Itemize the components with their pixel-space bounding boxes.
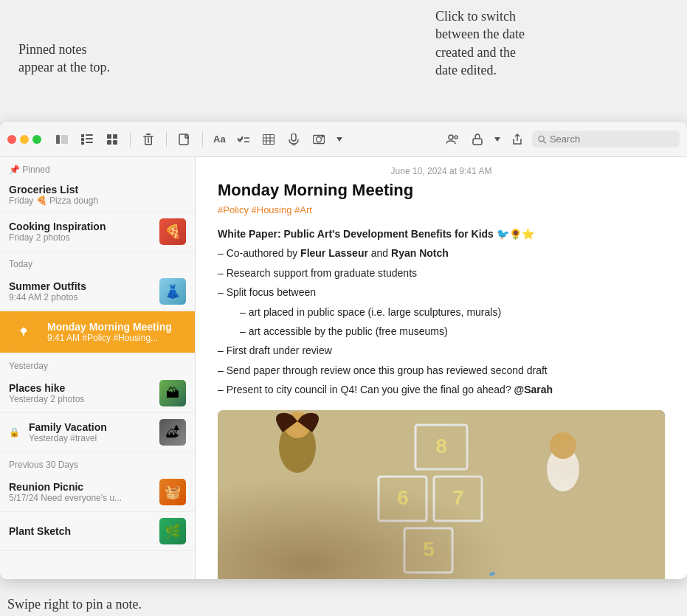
list-item[interactable]: Reunion Picnic 5/17/24 Need everyone's u… [0,473,195,512]
share-button[interactable] [507,129,528,150]
svg-rect-7 [86,142,93,143]
svg-rect-6 [81,142,84,145]
note-meta: 9:44 AM 2 photos [9,292,153,302]
note-text: Cooking Inspiration Friday 2 photos [9,221,153,243]
svg-point-53 [284,412,311,438]
lock-button[interactable] [467,129,488,150]
svg-point-55 [550,432,576,459]
note-text: Summer Outfits 9:44 AM 2 photos [9,280,153,302]
section-header-today: Today [0,252,195,272]
svg-rect-8 [107,134,111,139]
svg-rect-10 [107,140,111,145]
note-thumbnail: 👗 [159,278,186,305]
lock-icon: 🔒 [9,427,20,437]
svg-rect-16 [145,144,152,145]
note-title: Reunion Picnic [9,481,153,493]
lock-dropdown-button[interactable] [492,129,503,150]
list-item[interactable]: Places hike Yesterday 2 photos 🏔 [0,374,195,413]
search-input[interactable] [550,134,674,145]
svg-line-41 [544,141,546,143]
svg-rect-46 [379,477,427,521]
search-icon [538,135,546,144]
svg-rect-11 [113,140,117,145]
svg-rect-4 [81,138,84,141]
note-heading: Monday Morning Meeting [218,181,665,200]
note-thumbnail: 🧺 [159,479,186,505]
note-title: Cooking Inspiration [9,221,153,232]
note-thumbnail: 🍕 [159,218,186,245]
svg-rect-50 [404,528,452,572]
minimize-button[interactable] [20,135,29,144]
svg-point-36 [449,135,453,139]
svg-point-52 [279,421,316,473]
close-button[interactable] [7,135,16,144]
svg-point-33 [316,136,321,142]
list-item[interactable]: Plant Sketch 🌿 [0,512,195,551]
list-item[interactable]: Summer Outfits 9:44 AM 2 photos 👗 [0,272,195,311]
body-line-4: – art placed in public space (i.e. large… [218,304,665,320]
font-button[interactable]: Aa [210,129,229,150]
toolbar: Aa [0,122,687,157]
list-item[interactable]: Monday Morning Meeting 9:41 AM #Policy #… [0,311,195,353]
note-content[interactable]: Monday Morning Meeting #Policy #Housing … [196,181,687,579]
svg-rect-17 [148,137,149,143]
list-item[interactable]: Groceries List Friday 🍕 Pizza dough [0,178,195,212]
svg-rect-44 [415,425,467,469]
svg-rect-38 [473,139,482,145]
body-line-8: – Present to city council in Q4! Can you… [218,381,665,398]
note-text: Groceries List Friday 🍕 Pizza dough [9,184,186,206]
svg-rect-2 [81,134,84,137]
svg-rect-5 [86,138,93,139]
audio-button[interactable] [283,129,304,150]
svg-rect-3 [86,134,93,136]
svg-point-54 [547,447,579,491]
svg-rect-14 [145,136,146,145]
list-view-button[interactable] [77,129,97,150]
pin-icon [18,327,29,337]
note-date: June 10, 2024 at 9:41 AM [196,157,687,181]
svg-rect-9 [113,134,117,139]
traffic-lights [7,135,41,144]
note-meta: Yesterday 2 photos [9,394,153,404]
svg-rect-1 [61,135,68,144]
table-button[interactable] [258,129,279,150]
checklist-button[interactable] [233,129,254,150]
list-item[interactable]: Cooking Inspiration Friday 2 photos 🍕 [0,212,195,252]
active-pin [9,317,38,347]
delete-button[interactable] [138,129,159,150]
content-area: 📌 Pinned Groceries List Friday 🍕 Pizza d… [0,157,687,579]
sidebar: 📌 Pinned Groceries List Friday 🍕 Pizza d… [0,157,196,579]
svg-marker-35 [336,137,342,142]
svg-point-40 [539,136,544,141]
section-header-pinned: 📌 Pinned [0,157,195,178]
separator-3 [202,132,203,147]
photo-dropdown-button[interactable] [334,129,345,150]
svg-rect-13 [146,134,151,135]
svg-point-34 [322,136,323,137]
separator-1 [130,132,131,147]
annotation-bottom: Swipe right to pin a note. [7,597,142,612]
collaborate-button[interactable] [442,129,463,150]
photo-button[interactable] [308,129,329,150]
note-main: June 10, 2024 at 9:41 AM Monday Morning … [196,157,687,579]
sidebar-toggle-button[interactable] [52,129,72,150]
note-meta: Yesterday #travel [29,433,153,443]
svg-point-37 [455,136,458,139]
note-meta: Friday 2 photos [9,232,153,243]
note-title: Family Vacation [29,421,153,433]
svg-rect-0 [56,135,60,144]
svg-marker-39 [494,137,500,142]
section-header-previous: Previous 30 Days [0,452,195,473]
maximize-button[interactable] [32,135,41,144]
svg-text:7: 7 [452,486,464,509]
grid-view-button[interactable] [102,129,122,150]
note-tags: #Policy #Housing #Art [218,204,665,215]
body-line-0: White Paper: Public Art's Development Be… [218,226,665,242]
note-thumbnail: 🏕 [159,419,186,446]
compose-button[interactable] [174,129,195,150]
separator-2 [166,132,167,147]
search-box [532,131,680,148]
note-meta: Friday 🍕 Pizza dough [9,195,186,206]
list-item[interactable]: 🔒 Family Vacation Yesterday #travel 🏕 [0,413,195,452]
note-text: Reunion Picnic 5/17/24 Need everyone's u… [9,481,153,503]
